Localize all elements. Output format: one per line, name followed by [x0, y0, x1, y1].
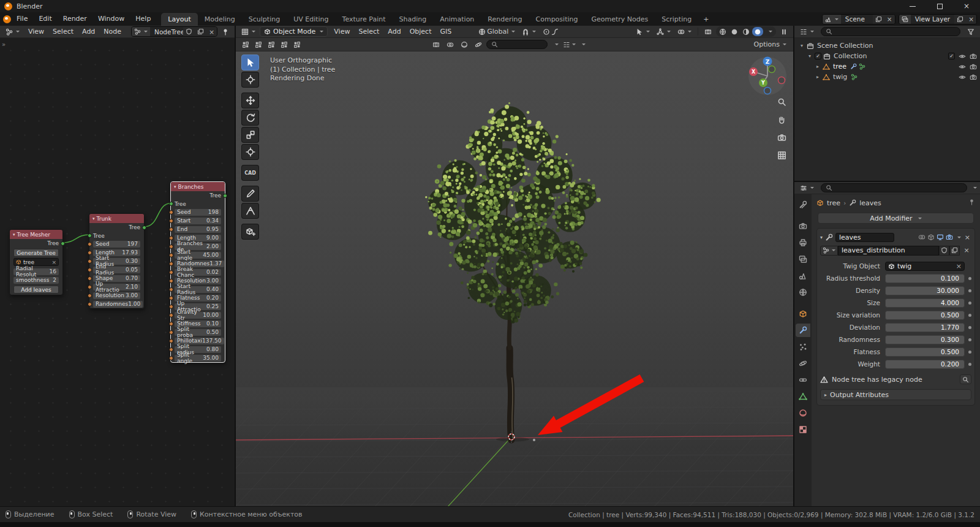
- node-group-fake-user-button[interactable]: [939, 246, 949, 256]
- blender-menu-icon[interactable]: [3, 15, 11, 23]
- tool-scale-button[interactable]: [241, 127, 259, 143]
- expander-icon[interactable]: ▸: [815, 74, 821, 80]
- twig-object-field[interactable]: twig ×: [885, 262, 965, 271]
- toggle-ortho-button[interactable]: [775, 149, 788, 161]
- outliner-row-scene-collection[interactable]: ▾Scene Collection: [794, 40, 980, 51]
- editor-type-button[interactable]: [797, 183, 816, 194]
- properties-tab-world[interactable]: [796, 286, 810, 299]
- unlink-icon[interactable]: ×: [51, 259, 56, 265]
- pin-id-button[interactable]: [968, 199, 975, 207]
- new-node-tree-button[interactable]: [195, 27, 206, 36]
- property-slider-flatness[interactable]: 0.500: [885, 347, 965, 357]
- filter-toggle-2[interactable]: [445, 40, 456, 50]
- input-socket-randomnes[interactable]: [169, 262, 173, 266]
- exclude-checkbox[interactable]: ✓: [948, 53, 955, 59]
- shading-rendered-button[interactable]: [752, 27, 763, 36]
- unlink-scene-button[interactable]: ×: [884, 15, 895, 24]
- properties-tab-particles[interactable]: [796, 340, 810, 354]
- input-socket-length[interactable]: [88, 251, 92, 255]
- node-tree-browse-button[interactable]: [132, 27, 150, 36]
- tool-annotate-button[interactable]: [241, 186, 259, 202]
- properties-tab-tool[interactable]: [796, 198, 810, 211]
- input-socket-start-radius[interactable]: [88, 259, 92, 264]
- workspace-tab-rendering[interactable]: Rendering: [481, 13, 529, 26]
- properties-tab-view-layer[interactable]: [796, 252, 810, 266]
- input-socket-flatness[interactable]: [169, 296, 173, 300]
- eye-toggle-icon[interactable]: [959, 53, 966, 60]
- input-socket-stiffness[interactable]: [169, 322, 173, 326]
- workspace-tab-layout[interactable]: Layout: [161, 13, 197, 26]
- overlays-toggle-button[interactable]: [675, 26, 694, 37]
- node-field-start[interactable]: Start0.34: [175, 218, 221, 224]
- collection-checkbox[interactable]: ✓: [815, 53, 821, 59]
- editor-type-button[interactable]: [3, 26, 22, 37]
- viewport-menu-view[interactable]: View: [330, 26, 354, 38]
- input-socket-length[interactable]: [169, 236, 173, 240]
- node-tree-mesher[interactable]: ▾Tree MesherTreeGenerate Treetree×Radial…: [9, 229, 63, 295]
- property-slider-size-variation[interactable]: 0.500: [885, 311, 965, 320]
- eye-toggle-icon[interactable]: [959, 74, 966, 81]
- animate-dot[interactable]: [968, 289, 971, 292]
- region-toggle-icon[interactable]: »: [2, 41, 6, 48]
- navigation-gizmo[interactable]: ZXY: [748, 57, 786, 96]
- scene-name[interactable]: Scene: [841, 15, 873, 24]
- shading-material-button[interactable]: [741, 27, 752, 36]
- menu-render[interactable]: Render: [58, 12, 92, 26]
- options-dropdown[interactable]: Options: [752, 39, 789, 50]
- tool-select-box-button[interactable]: [241, 55, 259, 70]
- viewport-search-field[interactable]: [486, 40, 548, 49]
- properties-tab-output[interactable]: [796, 236, 810, 249]
- properties-tab-material[interactable]: [796, 406, 810, 420]
- scene-browse-button[interactable]: [823, 15, 841, 24]
- input-socket-phillotaxi[interactable]: [169, 339, 173, 343]
- modifier-extras-dropdown[interactable]: [957, 237, 961, 238]
- node-header-branches[interactable]: ▾Branches: [171, 182, 225, 191]
- animate-dot[interactable]: [968, 351, 971, 354]
- properties-tab-modifiers[interactable]: [796, 324, 810, 337]
- viewport-menu-add[interactable]: Add: [383, 26, 405, 38]
- output-socket-tree-mesher[interactable]: [61, 241, 65, 246]
- properties-search-field[interactable]: [821, 183, 967, 192]
- animate-dot[interactable]: [968, 301, 971, 305]
- node-field-start-radius[interactable]: Start Radius0.40: [175, 286, 221, 293]
- menu-edit[interactable]: Edit: [33, 12, 57, 26]
- collapse-icon[interactable]: ▾: [13, 232, 15, 237]
- node-field-up-attractio[interactable]: Up Attractio2.10: [93, 284, 140, 290]
- view-layer-selector[interactable]: View Layer ×: [899, 14, 977, 25]
- add-modifier-button[interactable]: Add Modifier: [818, 213, 974, 224]
- menu-help[interactable]: Help: [130, 12, 156, 26]
- property-slider-deviation[interactable]: 1.770: [885, 323, 965, 332]
- outliner-search-field[interactable]: [821, 27, 960, 36]
- filter-toggle-1[interactable]: [431, 40, 442, 50]
- shading-solid-button[interactable]: [729, 27, 740, 36]
- viewport-menu-select[interactable]: Select: [354, 26, 383, 38]
- add-workspace-button[interactable]: +: [698, 13, 714, 26]
- node-field-randomnes[interactable]: Randomnes1.00: [93, 301, 143, 308]
- breadcrumb-object[interactable]: tree: [827, 199, 840, 207]
- menu-file[interactable]: File: [11, 12, 33, 26]
- tool-cursor-button[interactable]: [241, 72, 259, 88]
- new-view-layer-button[interactable]: [954, 15, 966, 24]
- workspace-tab-texture-paint[interactable]: Texture Paint: [336, 13, 393, 26]
- animate-dot[interactable]: [968, 277, 971, 280]
- collapse-icon[interactable]: ▾: [174, 184, 176, 189]
- tool-cad-button[interactable]: CAD: [241, 165, 259, 181]
- modifier-display-editmode-toggle[interactable]: [927, 233, 935, 241]
- node-field-end[interactable]: End0.95: [175, 226, 221, 233]
- select-visibility-button[interactable]: [633, 26, 652, 37]
- tool-move-button[interactable]: [241, 93, 259, 108]
- output-attributes-panel[interactable]: ▸ Output Attributes: [820, 389, 971, 400]
- zoom-button[interactable]: [775, 96, 788, 108]
- workspace-tab-shading[interactable]: Shading: [393, 13, 434, 26]
- property-slider-radius-threshold[interactable]: 0.100: [885, 274, 965, 283]
- workspace-tab-compositing[interactable]: Compositing: [529, 13, 585, 26]
- input-socket-seed[interactable]: [88, 242, 92, 246]
- property-slider-size[interactable]: 4.000: [885, 298, 965, 308]
- viewport-canvas[interactable]: ZXY User Orthographic (1) Collection | t…: [236, 51, 793, 506]
- xray-toggle-button[interactable]: [702, 26, 714, 37]
- collection-visibility-toggle-3[interactable]: [266, 40, 277, 50]
- outliner-filter-button[interactable]: [965, 26, 977, 37]
- node-field-break-chanc[interactable]: Break Chanc0.02: [175, 269, 221, 276]
- unlink-object-button[interactable]: ×: [956, 262, 962, 270]
- unlink-node-tree-button[interactable]: ×: [206, 27, 217, 36]
